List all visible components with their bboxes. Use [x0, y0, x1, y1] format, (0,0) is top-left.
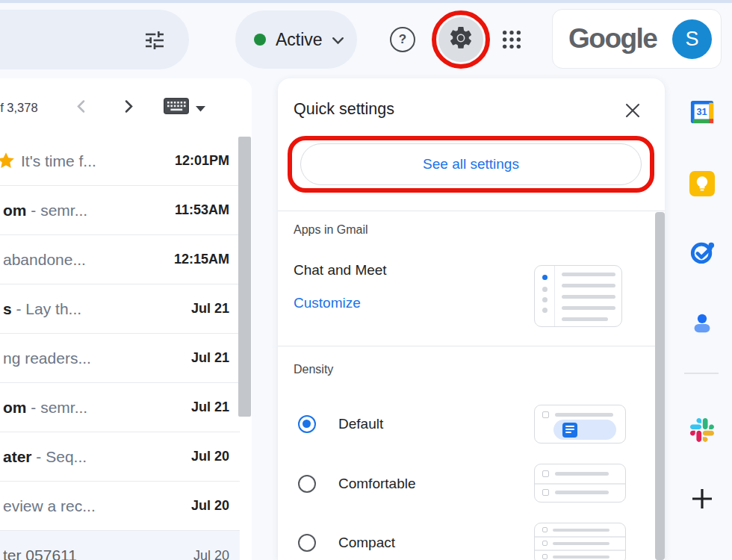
apps-thumbnail	[534, 265, 622, 327]
calendar-button[interactable]: 31	[689, 99, 715, 128]
email-snippet: It's time f...	[21, 152, 96, 169]
density-default-thumbnail	[534, 405, 626, 444]
customize-link[interactable]: Customize	[294, 295, 361, 311]
status-selector[interactable]: Active	[235, 10, 357, 69]
document-icon	[562, 423, 577, 438]
list-item[interactable]: It's time f... 12:01PM	[0, 137, 240, 186]
google-apps-button[interactable]	[501, 29, 522, 50]
tasks-button[interactable]	[689, 240, 715, 268]
list-item[interactable]: ng readers... Jul 21	[0, 334, 240, 383]
input-tools-toggle[interactable]	[164, 98, 205, 117]
thumb-selected-row	[553, 420, 616, 440]
email-sender: s	[3, 300, 12, 317]
email-summary: ater - Seq...	[3, 448, 184, 466]
email-time: 12:15AM	[174, 252, 229, 267]
density-option-compact[interactable]: Compact	[338, 535, 395, 551]
star-emoji-icon	[0, 151, 16, 172]
side-panel-rail: 31	[665, 78, 732, 560]
contacts-button[interactable]	[689, 311, 715, 339]
keyboard-icon	[164, 98, 189, 117]
get-addons-button[interactable]	[689, 486, 715, 514]
email-summary: ng readers...	[3, 349, 184, 367]
gmail-window: Active ? Google S	[0, 0, 732, 560]
density-option-default[interactable]: Default	[338, 416, 383, 432]
close-icon	[624, 109, 642, 122]
panel-scrollbar[interactable]	[655, 212, 665, 560]
newer-page-button[interactable]	[71, 97, 92, 118]
email-time: 11:53AM	[175, 202, 229, 218]
keep-button[interactable]	[689, 170, 716, 200]
settings-button[interactable]	[438, 17, 483, 62]
thumb-dot	[542, 275, 548, 280]
chat-and-meet-label: Chat and Meet	[294, 262, 387, 279]
mail-list-toolbar: of 3,378	[0, 78, 252, 137]
thumb-line	[562, 306, 615, 310]
radio-dot	[303, 420, 311, 428]
apps-section-heading: Apps in Gmail	[294, 223, 368, 237]
list-item[interactable]: ter 057611 Jul 20	[0, 531, 240, 560]
email-snippet: ter 057611	[3, 547, 77, 560]
email-time: 12:01PM	[175, 153, 229, 169]
thumb-line	[562, 295, 615, 299]
thumb-divider	[535, 483, 625, 485]
older-page-button[interactable]	[119, 97, 140, 118]
chevron-right-icon	[123, 99, 134, 116]
top-edge-strip	[0, 0, 732, 3]
email-snippet: ng readers...	[3, 349, 91, 367]
list-item[interactable]: om - semr... 11:53AM	[0, 186, 240, 235]
chevron-left-icon	[75, 99, 87, 116]
help-button[interactable]: ?	[390, 27, 415, 52]
email-snippet: eview a rec...	[3, 497, 96, 514]
thumb-checkbox	[542, 411, 549, 418]
email-time: Jul 21	[191, 301, 229, 317]
email-time: Jul 20	[191, 498, 229, 514]
radio-comfortable[interactable]	[298, 475, 316, 493]
thumb-line	[553, 529, 610, 532]
slack-button[interactable]	[690, 418, 714, 445]
email-summary: om - semr...	[3, 202, 167, 220]
list-item[interactable]: om - semr... Jul 21	[0, 383, 240, 432]
list-item[interactable]: s - Lay th... Jul 21	[0, 284, 240, 334]
chevron-down-icon	[332, 34, 344, 48]
mail-list-scrollbar[interactable]	[238, 137, 251, 417]
radio-compact[interactable]	[298, 534, 316, 552]
plus-icon	[689, 501, 715, 514]
radio-default[interactable]	[298, 415, 316, 433]
avatar[interactable]: S	[672, 19, 712, 59]
see-all-settings-button[interactable]: See all settings	[300, 143, 642, 185]
email-snippet: - semr...	[27, 202, 88, 219]
thumb-line	[562, 317, 608, 321]
email-summary: abandone...	[3, 251, 167, 269]
email-time: Jul 21	[191, 350, 229, 366]
keep-icon	[689, 187, 716, 199]
account-chip[interactable]: Google S	[552, 9, 722, 69]
list-item[interactable]: eview a rec... Jul 20	[0, 482, 240, 531]
email-time: Jul 20	[191, 449, 229, 464]
panel-title: Quick settings	[294, 100, 394, 119]
gear-icon	[447, 25, 474, 55]
pagination-label: of 3,378	[0, 101, 38, 115]
divider	[278, 211, 665, 211]
thumb-line	[553, 556, 610, 559]
email-summary: eview a rec...	[3, 497, 184, 515]
contacts-icon	[689, 326, 715, 338]
search-options-button[interactable]	[143, 28, 167, 52]
thumb-line	[555, 472, 609, 476]
list-item[interactable]: abandone... 12:15AM	[0, 235, 240, 284]
sidebar-divider	[684, 373, 719, 374]
keyboard-dropdown-icon	[196, 102, 205, 115]
density-option-comfortable[interactable]: Comfortable	[338, 476, 416, 492]
email-sender: ater	[3, 448, 32, 465]
tasks-icon	[689, 255, 715, 267]
thumb-checkbox	[542, 470, 549, 477]
slack-icon	[690, 432, 714, 444]
thumb-divider	[535, 536, 625, 538]
list-item[interactable]: ater - Seq... Jul 20	[0, 432, 240, 482]
email-time: Jul 20	[193, 548, 229, 560]
svg-text:31: 31	[696, 106, 707, 117]
email-snippet: - semr...	[27, 399, 88, 416]
thumb-line	[562, 284, 615, 287]
density-comfortable-thumbnail	[534, 464, 626, 503]
close-button[interactable]	[624, 102, 645, 122]
email-list: It's time f... 12:01PM om - semr... 11:5…	[0, 137, 240, 560]
